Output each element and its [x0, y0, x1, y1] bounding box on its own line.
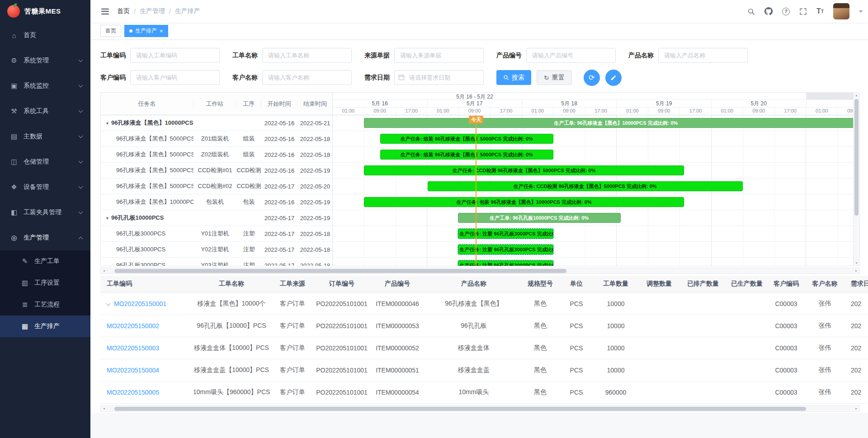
gantt-bar[interactable]: 生产任务: 包装 96孔移液盒【黑色】10000PCS 完成比例: 0%	[364, 197, 684, 207]
filter-row-2-fields: 客户编码客户名称需求日期	[100, 70, 484, 85]
order-code-link[interactable]: MO202205150004	[107, 367, 159, 374]
tab-1[interactable]: 生产排产×	[124, 25, 168, 37]
filter-input[interactable]	[130, 70, 220, 85]
scroll-down-icon[interactable]: ▾	[854, 260, 859, 266]
orders-column-header: 客户编码	[768, 276, 804, 292]
gantt-task-row[interactable]: ▾96孔孔板10000PCS2022-05-172022-05-19	[101, 210, 332, 226]
orders-row-1[interactable]: MO20220515000296孔孔板【10000】PCS客户订单PO20220…	[100, 315, 868, 337]
github-icon[interactable]	[764, 7, 773, 15]
orders-horizontal-scrollbar[interactable]: ◂ ▸	[100, 405, 860, 412]
scrollbar-thumb[interactable]	[114, 269, 566, 273]
row-expand-icon[interactable]	[106, 301, 111, 306]
sidebar-subitem-1[interactable]: ▥工序设置	[0, 272, 90, 294]
sidebar-item-2[interactable]: ▣系统监控	[0, 73, 90, 99]
sidebar-subitem-label: 工序设置	[34, 279, 82, 287]
collapse-arrow-icon[interactable]: ▾	[106, 216, 108, 221]
filter-input[interactable]	[394, 48, 484, 63]
sidebar-item-3[interactable]: ⚒系统工具	[0, 99, 90, 124]
gantt-task-row[interactable]: 96孔孔板3000PCSY02注塑机注塑2022-05-172022-05-18	[101, 242, 332, 258]
scroll-up-icon[interactable]: ▴	[854, 93, 859, 98]
task-start: 2022-05-16	[261, 151, 297, 158]
gantt-vertical-scrollbar[interactable]: ▴ ▾	[854, 92, 860, 266]
fullscreen-icon[interactable]	[799, 8, 807, 15]
scroll-left-icon[interactable]: ◂	[101, 269, 107, 273]
order-code-link[interactable]: MO202205150001	[114, 300, 166, 307]
scroll-right-icon[interactable]: ▸	[853, 269, 859, 273]
gantt-bar[interactable]: 生产任务: 注塑 96孔孔板3000PCS 完成比例: 0%	[458, 229, 554, 239]
scroll-left-icon[interactable]: ◂	[101, 407, 107, 410]
gantt-task-row[interactable]: 96孔移液盒【黑色】5000PCSZ01组装机组装2022-05-162022-…	[101, 131, 332, 147]
orders-cell: 黑色	[521, 381, 559, 403]
gantt-task-row[interactable]: ▾96孔移液盒【黑色】10000PCS2022-05-162022-05-21	[101, 115, 332, 131]
orders-cell: PO202205101001	[315, 315, 368, 337]
gantt-task-row[interactable]: 96孔移液盒【黑色】5000PCSCCD检测#02CCD检测2022-05-17…	[101, 179, 332, 194]
user-menu-caret-icon[interactable]	[859, 10, 863, 13]
gantt-bar[interactable]: 生产任务: 组装 96孔移液盒【黑色】5000PCS 完成比例: 0%	[380, 134, 553, 144]
task-process: 组装	[236, 135, 261, 143]
orders-column-header: 产品编号	[368, 276, 426, 292]
gantt-bar[interactable]: 生产任务: 注塑 96孔孔板3000PCS 完成比例: 0%	[458, 260, 554, 266]
edit-circle-button[interactable]	[605, 70, 622, 86]
gantt-bar[interactable]: 生产工单: 96孔移液盒【黑色】10000PCS 完成比例: 0%	[364, 118, 853, 128]
reset-button[interactable]: ↻ 重置	[537, 70, 572, 85]
scrollbar-thumb[interactable]	[854, 99, 859, 216]
order-code-link[interactable]: MO202205150002	[107, 322, 159, 330]
search-button[interactable]: 搜索	[496, 70, 531, 85]
gantt-horizontal-scrollbar[interactable]: ◂ ▸	[100, 268, 860, 274]
font-size-icon[interactable]: TT	[816, 7, 824, 15]
sidebar-toggle-icon[interactable]	[99, 6, 112, 17]
sidebar-item-5[interactable]: ◫仓储管理	[0, 149, 90, 174]
gantt-task-row[interactable]: 96孔孔板3000PCSY01注塑机注塑2022-05-172022-05-18	[101, 226, 332, 242]
orders-row-2[interactable]: MO202205150003移液盒盒体【10000】PCS客户订单PO20220…	[100, 337, 868, 359]
gantt-task-row[interactable]: 96孔移液盒【黑色】10000PCS包装机包装2022-05-162022-05…	[101, 194, 332, 210]
gantt-task-row[interactable]: 96孔孔板3000PCSY03注塑机注塑2022-05-172022-05-18	[101, 258, 332, 266]
order-code-link[interactable]: MO202205150003	[107, 344, 159, 352]
scroll-right-icon[interactable]: ▸	[853, 407, 859, 410]
gantt-hour-label: 09:00	[838, 108, 853, 115]
sidebar-subitem-2[interactable]: ≣工艺流程	[0, 294, 90, 316]
filter-input[interactable]	[658, 48, 748, 63]
filter-input[interactable]	[262, 70, 352, 85]
refresh-circle-button[interactable]: ⟳	[584, 70, 600, 86]
sidebar-subitem-label: 生产排产	[34, 322, 82, 330]
filter-input[interactable]	[394, 70, 484, 85]
gantt-bar[interactable]: 生产任务: CCD检测 96孔移液盒【黑色】5000PCS 完成比例: 0%	[364, 165, 684, 175]
sidebar-item-6[interactable]: ❖设备管理	[0, 174, 90, 200]
gantt-bar[interactable]: 生产任务: 注塑 96孔孔板3000PCS 完成比例: 0%	[458, 245, 554, 254]
sidebar-item-7[interactable]: ◧工装夹具管理	[0, 200, 90, 225]
gantt-bar[interactable]: 生产任务: 组装 96孔移液盒【黑色】5000PCS 完成比例: 0%	[380, 150, 553, 160]
order-code-link[interactable]: MO202205150005	[107, 389, 159, 396]
gantt-bar[interactable]: 生产工单: 96孔孔板10000PCS 完成比例: 0%	[458, 213, 621, 223]
sidebar-subitem-3[interactable]: ▦生产排产	[0, 316, 90, 337]
orders-row-0[interactable]: MO202205150001移液盒【黑色】10000个客户订单PO2022051…	[100, 292, 868, 315]
breadcrumb-item[interactable]: 生产管理	[140, 7, 165, 15]
app-logo[interactable]: 苦糖果MES	[0, 0, 90, 23]
filter-input[interactable]	[526, 48, 616, 63]
collapse-arrow-icon[interactable]: ▾	[106, 121, 108, 126]
user-avatar[interactable]	[833, 3, 849, 19]
sidebar-item-0[interactable]: ⌂首页	[0, 23, 90, 48]
task-process: CCD检测	[236, 182, 261, 190]
scrollbar-thumb[interactable]	[114, 407, 806, 411]
sidebar-item-1[interactable]: ⚙系统管理	[0, 48, 90, 73]
filter-input[interactable]	[262, 48, 352, 63]
orders-cell: 张伟	[804, 381, 845, 403]
task-process: CCD检测	[236, 166, 261, 174]
orders-row-4[interactable]: MO20220515000510mm吸头【960000】PCS客户订单PO202…	[100, 381, 868, 403]
tab-0[interactable]: 首页	[100, 25, 121, 37]
gantt-hour-label: 17:00	[585, 108, 617, 115]
gantt-bar[interactable]: 生产任务: CCD检测 96孔移液盒【黑色】5000PCS 完成比例: 0%	[428, 181, 743, 191]
gantt-task-row[interactable]: 96孔移液盒【黑色】5000PCSZ02组装机组装2022-05-162022-…	[101, 147, 332, 163]
help-icon[interactable]: ?	[782, 8, 790, 15]
tab-close-icon[interactable]: ×	[160, 28, 163, 34]
sidebar-item-8[interactable]: ◎生产管理	[0, 225, 90, 250]
sidebar-subitem-0[interactable]: ✎生产工单	[0, 250, 90, 272]
gantt-task-row[interactable]: 96孔移液盒【黑色】5000PCSCCD检测#01CCD检测2022-05-16…	[101, 163, 332, 179]
breadcrumb-item[interactable]: 首页	[117, 7, 130, 15]
orders-row-3[interactable]: MO202205150004移液盒盒盖【10000】PCS客户订单PO20220…	[100, 359, 868, 381]
sidebar-item-4[interactable]: ▤主数据	[0, 124, 90, 149]
search-icon[interactable]	[747, 8, 755, 15]
tab-label: 生产排产	[135, 27, 157, 35]
orders-cell: PO202205101001	[315, 292, 368, 315]
filter-input[interactable]	[130, 48, 220, 63]
